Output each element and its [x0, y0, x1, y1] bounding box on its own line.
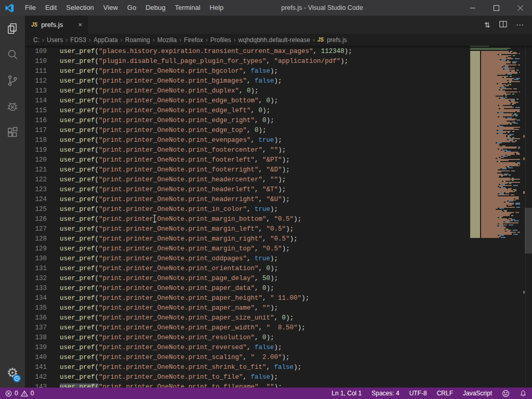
menu-edit[interactable]: Edit — [41, 0, 61, 16]
more-actions-icon[interactable]: ⋯ — [516, 20, 524, 30]
code-line-137[interactable]: 137user_pref("print.printer_OneNote.prin… — [25, 323, 470, 333]
breadcrumb-segment[interactable]: Mozilla — [157, 36, 177, 44]
line-number[interactable]: 116 — [25, 116, 47, 126]
code-line-129[interactable]: 129user_pref("print.printer_OneNote.prin… — [25, 244, 470, 254]
line-number[interactable]: 117 — [25, 126, 47, 136]
code-line-124[interactable]: 124user_pref("print.printer_OneNote.prin… — [25, 195, 470, 205]
line-number[interactable]: 141 — [25, 363, 47, 373]
feedback-smiley-icon[interactable] — [502, 390, 510, 397]
menu-go[interactable]: Go — [123, 0, 141, 16]
line-number[interactable]: 127 — [25, 224, 47, 234]
code-line-134[interactable]: 134user_pref("print.printer_OneNote.prin… — [25, 294, 470, 303]
code-line-109[interactable]: 109user_pref("places.history.expiration.… — [25, 47, 470, 57]
code-line-140[interactable]: 140user_pref("print.printer_OneNote.prin… — [25, 353, 470, 363]
line-number[interactable]: 143 — [25, 382, 47, 388]
line-number[interactable]: 124 — [25, 195, 47, 205]
code-line-141[interactable]: 141user_pref("print.printer_OneNote.prin… — [25, 363, 470, 373]
line-number[interactable]: 122 — [25, 175, 47, 185]
line-number[interactable]: 120 — [25, 155, 47, 165]
vertical-scrollbar[interactable] — [525, 46, 532, 388]
settings-gear-icon[interactable]: ⚙ — [0, 361, 25, 384]
menu-selection[interactable]: Selection — [61, 0, 98, 16]
problems-indicator[interactable]: 0 0 — [5, 390, 34, 397]
breadcrumb-segment[interactable]: Roaming — [125, 36, 151, 44]
status-language-mode[interactable]: JavaScript — [463, 390, 492, 397]
menu-terminal[interactable]: Terminal — [170, 0, 205, 16]
line-number[interactable]: 129 — [25, 244, 47, 254]
code-line-142[interactable]: 142user_pref("print.printer_OneNote.prin… — [25, 373, 470, 382]
line-number[interactable]: 140 — [25, 353, 47, 363]
line-number[interactable]: 133 — [25, 284, 47, 294]
line-number[interactable]: 135 — [25, 303, 47, 313]
line-number[interactable]: 112 — [25, 76, 47, 86]
split-editor-icon[interactable] — [499, 20, 507, 30]
tab-prefs-js[interactable]: JS prefs.js × — [25, 16, 88, 34]
line-number[interactable]: 125 — [25, 205, 47, 215]
line-number[interactable]: 137 — [25, 323, 47, 333]
breadcrumb-segment[interactable]: Users — [46, 36, 63, 44]
code-line-112[interactable]: 112user_pref("print.printer_OneNote.prin… — [25, 76, 470, 86]
line-number[interactable]: 132 — [25, 274, 47, 284]
status-eol[interactable]: CRLF — [437, 390, 453, 397]
minimap[interactable] — [470, 46, 520, 243]
code-line-132[interactable]: 132user_pref("print.printer_OneNote.prin… — [25, 274, 470, 284]
open-changes-icon[interactable]: ⇅ — [484, 21, 490, 29]
line-number[interactable]: 142 — [25, 373, 47, 382]
code-line-121[interactable]: 121user_pref("print.printer_OneNote.prin… — [25, 165, 470, 175]
line-number[interactable]: 113 — [25, 86, 47, 96]
line-number[interactable]: 123 — [25, 185, 47, 195]
breadcrumb-segment[interactable]: Profiles — [210, 36, 232, 44]
code-line-110[interactable]: 110user_pref("plugin.disable_full_page_p… — [25, 57, 470, 66]
menu-file[interactable]: File — [20, 0, 41, 16]
tab-close-icon[interactable]: × — [77, 21, 83, 29]
line-number[interactable]: 121 — [25, 165, 47, 175]
line-number[interactable]: 138 — [25, 333, 47, 343]
status-cursor-position[interactable]: Ln 1, Col 1 — [331, 390, 362, 397]
code-line-143[interactable]: 143user_pref("print.printer_OneNote.prin… — [25, 382, 470, 388]
code-line-128[interactable]: 128user_pref("print.printer_OneNote.prin… — [25, 234, 470, 244]
breadcrumb-segment[interactable]: FDS3 — [70, 36, 87, 44]
breadcrumb-segment[interactable]: Firefox — [183, 36, 204, 44]
minimize-icon[interactable] — [460, 0, 484, 16]
status-indentation[interactable]: Spaces: 4 — [371, 390, 399, 397]
breadcrumb-file[interactable]: JSprefs.js — [317, 36, 348, 44]
code-line-138[interactable]: 138user_pref("print.printer_OneNote.prin… — [25, 333, 470, 343]
breadcrumb-segment[interactable]: AppData — [93, 36, 118, 44]
code-line-113[interactable]: 113user_pref("print.printer_OneNote.prin… — [25, 86, 470, 96]
line-number[interactable]: 119 — [25, 145, 47, 155]
line-number[interactable]: 136 — [25, 313, 47, 323]
code-line-127[interactable]: 127user_pref("print.printer_OneNote.prin… — [25, 224, 470, 234]
code-line-123[interactable]: 123user_pref("print.printer_OneNote.prin… — [25, 185, 470, 195]
line-number[interactable]: 131 — [25, 264, 47, 274]
code-line-115[interactable]: 115user_pref("print.printer_OneNote.prin… — [25, 106, 470, 116]
line-number[interactable]: 109 — [25, 47, 47, 57]
code-line-133[interactable]: 133user_pref("print.printer_OneNote.prin… — [25, 284, 470, 294]
code-line-118[interactable]: 118user_pref("print.printer_OneNote.prin… — [25, 136, 470, 145]
line-number[interactable]: 114 — [25, 96, 47, 106]
code-line-139[interactable]: 139user_pref("print.printer_OneNote.prin… — [25, 343, 470, 353]
code-line-114[interactable]: 114user_pref("print.printer_OneNote.prin… — [25, 96, 470, 106]
search-icon[interactable] — [0, 42, 25, 68]
breadcrumb-segment[interactable]: C: — [33, 36, 40, 44]
source-control-icon[interactable] — [0, 68, 25, 94]
line-number[interactable]: 128 — [25, 234, 47, 244]
code-line-116[interactable]: 116user_pref("print.printer_OneNote.prin… — [25, 116, 470, 126]
menu-view[interactable]: View — [99, 0, 123, 16]
debug-icon[interactable] — [0, 94, 25, 119]
breadcrumb-segment[interactable]: wqhdqbhh.default-release — [238, 36, 311, 44]
close-icon[interactable] — [508, 0, 532, 16]
line-number[interactable]: 110 — [25, 57, 47, 66]
line-number[interactable]: 139 — [25, 343, 47, 353]
code-line-135[interactable]: 135user_pref("print.printer_OneNote.prin… — [25, 303, 470, 313]
explorer-icon[interactable] — [0, 16, 25, 42]
code-line-136[interactable]: 136user_pref("print.printer_OneNote.prin… — [25, 313, 470, 323]
line-number[interactable]: 134 — [25, 294, 47, 303]
extensions-icon[interactable] — [0, 119, 25, 145]
code-line-111[interactable]: 111user_pref("print.printer_OneNote.prin… — [25, 66, 470, 76]
code-editor[interactable]: 109user_pref("places.history.expiration.… — [25, 46, 532, 388]
line-number[interactable]: 126 — [25, 215, 47, 224]
line-number[interactable]: 130 — [25, 254, 47, 264]
code-line-131[interactable]: 131user_pref("print.printer_OneNote.prin… — [25, 264, 470, 274]
line-number[interactable]: 111 — [25, 66, 47, 76]
code-line-117[interactable]: 117user_pref("print.printer_OneNote.prin… — [25, 126, 470, 136]
